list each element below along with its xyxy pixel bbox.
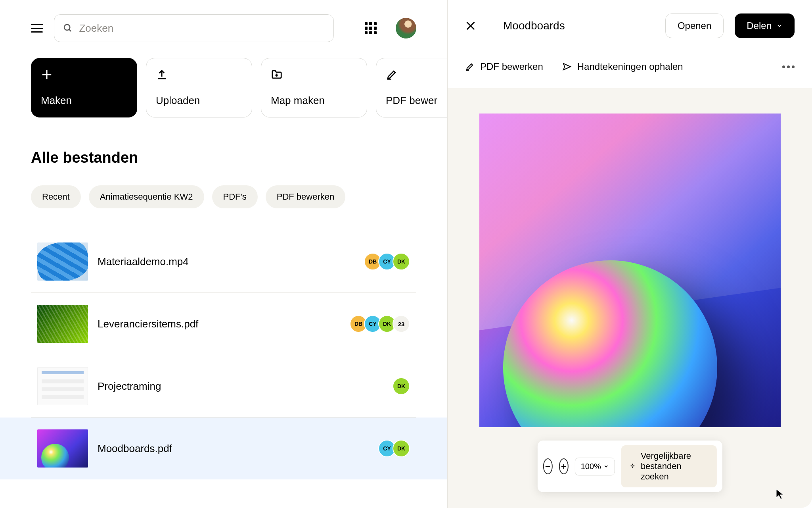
edit-pdf-action-label: PDF bewerken bbox=[480, 61, 543, 72]
more-icon[interactable] bbox=[782, 65, 795, 68]
quick-actions: Maken Uploaden Map maken PDF bewer bbox=[31, 58, 416, 117]
file-name: Moodboards.pdf bbox=[98, 443, 369, 455]
new-folder-button[interactable]: Map maken bbox=[261, 58, 367, 117]
top-bar bbox=[31, 14, 416, 42]
chevron-down-icon bbox=[776, 23, 783, 29]
preview-header: Moodboards Openen Delen bbox=[448, 0, 812, 52]
section-title: Alle bestanden bbox=[31, 149, 416, 166]
create-label: Maken bbox=[41, 94, 127, 107]
avatar-count: 23 bbox=[393, 315, 410, 333]
zoom-toolbar: 100% Vergelijkbare bestanden zoeken bbox=[537, 441, 722, 492]
find-similar-label: Vergelijkbare bestanden zoeken bbox=[641, 451, 708, 482]
svg-point-0 bbox=[64, 25, 70, 30]
shared-with: DB CY DK 23 bbox=[350, 315, 410, 333]
upload-icon bbox=[156, 69, 168, 81]
file-name: Materiaaldemo.mp4 bbox=[98, 256, 354, 268]
preview-actions: PDF bewerken Handtekeningen ophalen bbox=[448, 52, 812, 88]
minus-icon bbox=[544, 463, 551, 470]
shared-with: DB CY DK bbox=[364, 253, 410, 270]
file-browser-pane: Maken Uploaden Map maken PDF bewer Alle … bbox=[0, 0, 447, 508]
open-button[interactable]: Openen bbox=[665, 13, 724, 38]
avatar-badge: DK bbox=[393, 253, 410, 270]
file-thumbnail bbox=[37, 305, 88, 343]
chip-animation[interactable]: Animatiesequentie KW2 bbox=[89, 185, 204, 208]
chevron-down-icon bbox=[603, 464, 609, 469]
plus-icon bbox=[41, 69, 53, 81]
edit-pdf-action[interactable]: PDF bewerken bbox=[465, 61, 543, 72]
open-label: Openen bbox=[678, 20, 711, 31]
file-name: Leveranciersitems.pdf bbox=[98, 318, 340, 330]
zoom-out-button[interactable] bbox=[543, 458, 552, 474]
user-avatar[interactable] bbox=[396, 18, 416, 38]
file-row[interactable]: Projectraming DK bbox=[31, 355, 416, 418]
file-name: Projectraming bbox=[98, 380, 383, 393]
close-icon[interactable] bbox=[465, 20, 476, 31]
create-button[interactable]: Maken bbox=[31, 58, 137, 117]
preview-pane: Moodboards Openen Delen PDF bewerken Han… bbox=[447, 0, 812, 508]
menu-icon[interactable] bbox=[31, 22, 43, 34]
filter-chips: Recent Animatiesequentie KW2 PDF's PDF b… bbox=[31, 185, 416, 208]
upload-label: Uploaden bbox=[156, 94, 242, 107]
cursor-icon bbox=[776, 488, 784, 500]
upload-button[interactable]: Uploaden bbox=[146, 58, 252, 117]
search-box[interactable] bbox=[54, 14, 334, 42]
folder-plus-icon bbox=[271, 69, 283, 81]
file-thumbnail bbox=[37, 429, 88, 468]
get-signatures-label: Handtekeningen ophalen bbox=[577, 61, 683, 72]
file-row[interactable]: Leveranciersitems.pdf DB CY DK 23 bbox=[31, 293, 416, 355]
search-icon bbox=[63, 23, 73, 33]
new-folder-label: Map maken bbox=[271, 94, 357, 107]
plus-icon bbox=[560, 463, 567, 470]
chip-pdfs[interactable]: PDF's bbox=[212, 185, 258, 208]
pencil-icon bbox=[465, 62, 475, 71]
send-icon bbox=[562, 62, 572, 71]
avatar-badge: DK bbox=[393, 440, 410, 457]
file-row[interactable]: Materiaaldemo.mp4 DB CY DK bbox=[31, 231, 416, 293]
zoom-in-button[interactable] bbox=[559, 458, 569, 474]
search-input[interactable] bbox=[79, 22, 325, 35]
pencil-icon bbox=[386, 69, 398, 81]
file-thumbnail bbox=[37, 367, 88, 405]
preview-area: 100% Vergelijkbare bestanden zoeken bbox=[448, 88, 812, 508]
zoom-value: 100% bbox=[581, 462, 601, 471]
find-similar-button[interactable]: Vergelijkbare bestanden zoeken bbox=[621, 445, 717, 487]
share-button[interactable]: Delen bbox=[735, 13, 795, 38]
shared-with: DK bbox=[393, 377, 410, 395]
get-signatures-action[interactable]: Handtekeningen ophalen bbox=[562, 61, 683, 72]
file-list: Materiaaldemo.mp4 DB CY DK Leveranciersi… bbox=[31, 231, 416, 479]
chip-recent[interactable]: Recent bbox=[31, 185, 81, 208]
chip-edit-pdf[interactable]: PDF bewerken bbox=[266, 185, 346, 208]
share-label: Delen bbox=[747, 20, 772, 31]
zoom-level[interactable]: 100% bbox=[575, 458, 615, 475]
avatar-badge: DK bbox=[393, 377, 410, 395]
svg-line-1 bbox=[69, 29, 71, 31]
file-row-selected[interactable]: Moodboards.pdf CY DK bbox=[0, 418, 447, 479]
shared-with: CY DK bbox=[378, 440, 410, 457]
apps-grid-icon[interactable] bbox=[365, 22, 377, 34]
preview-title: Moodboards bbox=[503, 19, 654, 32]
sparkle-icon bbox=[630, 462, 635, 471]
preview-image bbox=[479, 114, 781, 427]
file-thumbnail bbox=[37, 242, 88, 281]
